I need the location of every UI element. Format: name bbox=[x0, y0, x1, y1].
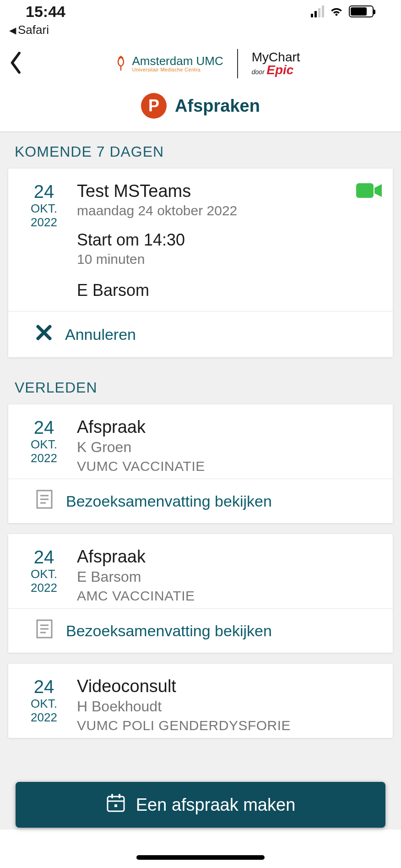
past-appointment-card[interactable]: 24 OKT. 2022 Afspraak E Barsom AMC VACCI… bbox=[8, 534, 393, 653]
status-indicators bbox=[311, 5, 374, 18]
date-column: 24 OKT. 2022 bbox=[16, 677, 71, 733]
logo-block: Amsterdam UMC Universitair Medische Cent… bbox=[23, 49, 392, 78]
date-column: 24 OKT. 2022 bbox=[16, 181, 71, 306]
appointment-provider: E Barsom bbox=[77, 568, 383, 585]
video-icon bbox=[355, 181, 383, 306]
appointment-title: Videoconsult bbox=[77, 677, 383, 696]
section-past-label: VERLEDEN bbox=[0, 368, 401, 404]
appointment-location: VUMC VACCINATIE bbox=[77, 459, 383, 474]
app-header: Amsterdam UMC Universitair Medische Cent… bbox=[0, 44, 401, 87]
appointment-body: Videoconsult H Boekhoudt VUMC POLI GENDE… bbox=[71, 677, 383, 733]
battery-icon bbox=[349, 5, 374, 17]
appointment-provider: K Groen bbox=[77, 439, 383, 456]
date-year: 2022 bbox=[16, 452, 71, 465]
view-summary-label: Bezoeksamenvatting bekijken bbox=[66, 492, 272, 510]
view-summary-label: Bezoeksamenvatting bekijken bbox=[66, 622, 272, 640]
appointment-location: AMC VACCINATIE bbox=[77, 588, 383, 604]
calendar-icon bbox=[106, 793, 126, 817]
wifi-icon bbox=[329, 5, 344, 18]
back-app-label: Safari bbox=[18, 23, 49, 37]
epic-text: Epic bbox=[266, 63, 293, 77]
tulip-icon bbox=[114, 55, 127, 72]
logo-separator bbox=[237, 49, 238, 78]
date-year: 2022 bbox=[16, 581, 71, 595]
org-tagline: Universitair Medische Centra bbox=[132, 67, 223, 73]
appointment-location: VUMC POLI GENDERDYSFORIE bbox=[77, 718, 383, 733]
appointment-title: Test MSTeams bbox=[77, 181, 355, 201]
past-appointment-card[interactable]: 24 OKT. 2022 Afspraak K Groen VUMC VACCI… bbox=[8, 404, 393, 523]
appointment-title: Afspraak bbox=[77, 417, 383, 437]
appointment-provider: E Barsom bbox=[77, 281, 355, 300]
upcoming-appointment-card[interactable]: 24 OKT. 2022 Test MSTeams maandag 24 okt… bbox=[8, 169, 393, 357]
appointment-start: Start om 14:30 bbox=[77, 230, 355, 250]
date-day: 24 bbox=[16, 417, 71, 438]
date-column: 24 OKT. 2022 bbox=[16, 547, 71, 604]
appointment-body: Test MSTeams maandag 24 oktober 2022 Sta… bbox=[71, 181, 355, 306]
page-title: Afspraken bbox=[175, 96, 260, 116]
cellular-icon bbox=[311, 5, 324, 17]
date-day: 24 bbox=[16, 181, 71, 202]
date-column: 24 OKT. 2022 bbox=[16, 417, 71, 474]
mychart-text: MyChart bbox=[252, 51, 300, 64]
logo-amsterdam-umc: Amsterdam UMC Universitair Medische Cent… bbox=[114, 55, 223, 73]
appointment-title: Afspraak bbox=[77, 547, 383, 567]
cancel-button[interactable]: Annuleren bbox=[8, 311, 393, 357]
date-year: 2022 bbox=[16, 711, 71, 725]
appointment-provider: H Boekhoudt bbox=[77, 698, 383, 715]
avatar[interactable]: P bbox=[141, 93, 167, 119]
door-text: door bbox=[252, 68, 265, 76]
section-upcoming-label: KOMENDE 7 DAGEN bbox=[0, 132, 401, 169]
svg-rect-13 bbox=[114, 804, 117, 807]
home-indicator[interactable] bbox=[136, 855, 265, 860]
svg-rect-12 bbox=[119, 794, 120, 798]
cancel-label: Annuleren bbox=[65, 326, 136, 344]
view-summary-button[interactable]: Bezoeksamenvatting bekijken bbox=[8, 609, 393, 653]
back-button[interactable] bbox=[9, 52, 23, 76]
svg-rect-9 bbox=[108, 797, 124, 811]
back-triangle-icon: ◀ bbox=[9, 25, 16, 36]
back-to-app[interactable]: ◀ Safari bbox=[0, 23, 401, 44]
make-appointment-label: Een afspraak maken bbox=[136, 795, 296, 815]
appointment-date-full: maandag 24 oktober 2022 bbox=[77, 203, 355, 218]
date-month: OKT. bbox=[16, 697, 71, 711]
status-time: 15:44 bbox=[26, 3, 65, 21]
status-bar: 15:44 bbox=[0, 0, 401, 23]
appointment-duration: 10 minuten bbox=[77, 251, 355, 267]
svg-rect-0 bbox=[356, 183, 374, 198]
document-icon bbox=[36, 619, 53, 643]
view-summary-button[interactable]: Bezoeksamenvatting bekijken bbox=[8, 479, 393, 523]
date-month: OKT. bbox=[16, 202, 71, 216]
date-month: OKT. bbox=[16, 438, 71, 452]
page-title-row: P Afspraken bbox=[0, 87, 401, 131]
svg-rect-11 bbox=[111, 794, 113, 798]
document-icon bbox=[36, 489, 53, 513]
date-month: OKT. bbox=[16, 568, 71, 581]
appointment-body: Afspraak E Barsom AMC VACCINATIE bbox=[71, 547, 383, 604]
org-name: Amsterdam UMC bbox=[132, 55, 223, 67]
content: KOMENDE 7 DAGEN 24 OKT. 2022 Test MSTeam… bbox=[0, 132, 401, 830]
past-appointment-card[interactable]: 24 OKT. 2022 Videoconsult H Boekhoudt VU… bbox=[8, 664, 393, 738]
date-day: 24 bbox=[16, 677, 71, 697]
logo-mychart: MyChart door Epic bbox=[252, 51, 300, 76]
make-appointment-button[interactable]: Een afspraak maken bbox=[16, 782, 385, 828]
date-day: 24 bbox=[16, 547, 71, 568]
appointment-body: Afspraak K Groen VUMC VACCINATIE bbox=[71, 417, 383, 474]
date-year: 2022 bbox=[16, 216, 71, 229]
close-icon bbox=[36, 324, 52, 344]
